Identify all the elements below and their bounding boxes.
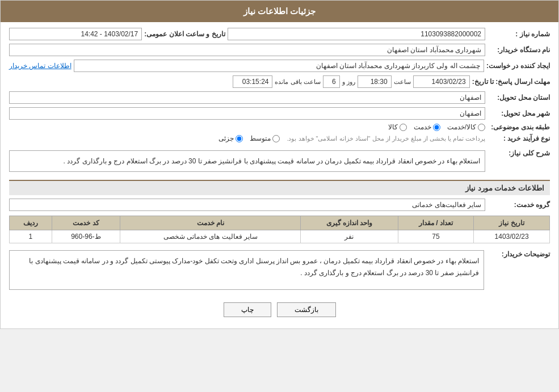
gorooh-khedmat-label: گروه خدمت: bbox=[487, 201, 550, 209]
ostan-label: استان محل تحویل: bbox=[487, 94, 550, 102]
shahr-row: شهر محل تحویل: اصفهان bbox=[9, 107, 550, 120]
col-name-header: نام خدمت bbox=[120, 216, 301, 230]
tabaghe-radios: کالا/خدمت خدمت کالا bbox=[9, 123, 485, 131]
mohlat-saat: 18:30 bbox=[358, 75, 392, 88]
tozihat-row: توضیحات خریدار: استعلام بهاء در خصوص انع… bbox=[9, 248, 550, 292]
farayand-desc: پرداخت تمام یا بخشی از مبلغ خریدار از مح… bbox=[287, 135, 485, 142]
cell-radif: 1 bbox=[10, 230, 52, 243]
sharh-row: شرح کلی نیاز: استعلام بهاء در خصوص انعقا… bbox=[9, 147, 550, 175]
table-header-row: تاریخ نیاز تعداد / مقدار واحد اندازه گیر… bbox=[10, 216, 550, 230]
shomara-niaz-label: شماره نیاز : bbox=[487, 30, 550, 38]
page-header: جزئیات اطلاعات نیاز bbox=[1, 1, 558, 22]
cell-name: سایر فعالیت های خدماتی شخصی bbox=[120, 230, 301, 243]
radio-khedmat[interactable] bbox=[433, 124, 440, 131]
radio-kala-khedmat[interactable] bbox=[478, 124, 485, 131]
ostan-row: استان محل تحویل: اصفهان bbox=[9, 91, 550, 104]
radio-khedmat-label: خدمت bbox=[414, 123, 431, 131]
mohlat-row: مهلت ارسال پاسخ: تا تاریخ: 1403/02/23 سا… bbox=[9, 75, 550, 88]
cell-tedad: 75 bbox=[398, 230, 474, 243]
tozihat-value: استعلام بهاء در خصوص انعقاد قرارداد بیمه… bbox=[9, 250, 484, 290]
col-tedad-header: تعداد / مقدار bbox=[398, 216, 474, 230]
radio-kala[interactable] bbox=[400, 124, 407, 131]
ijad-konande-label: ایجاد کننده در خواست: bbox=[486, 62, 550, 70]
shomara-niaz-row: شماره نیاز : 1103093882000002 تاریخ و سا… bbox=[9, 28, 550, 40]
mohlat-saat-label: ساعت bbox=[394, 78, 411, 86]
print-button[interactable]: چاپ bbox=[224, 302, 271, 317]
back-button[interactable]: بازگشت bbox=[277, 302, 336, 317]
cell-vahed: نفر bbox=[301, 230, 398, 243]
shahr-label: شهر محل تحویل: bbox=[487, 109, 550, 117]
col-code-header: کد خدمت bbox=[52, 216, 120, 230]
ostan-value: اصفهان bbox=[9, 91, 485, 104]
gorooh-khedmat-value: سایر فعالیت‌های خدماتی bbox=[9, 199, 485, 211]
col-vahed-header: واحد اندازه گیری bbox=[301, 216, 398, 230]
tabaghe-label: طبقه بندی موضوعی: bbox=[487, 123, 550, 131]
sharh-value: استعلام بهاء در خصوص انعقاد قرارداد بیمه… bbox=[9, 150, 485, 172]
farayand-radios: پرداخت تمام یا بخشی از مبلغ خریدار از مح… bbox=[9, 134, 485, 142]
radio-motavasset-item: متوسط bbox=[250, 134, 280, 142]
khadamat-table-container: تاریخ نیاز تعداد / مقدار واحد اندازه گیر… bbox=[9, 216, 550, 243]
mohlat-date: 1403/02/23 bbox=[413, 75, 470, 88]
radio-kala-khedmat-item: کالا/خدمت bbox=[447, 123, 485, 131]
tozihat-label: توضیحات خریدار: bbox=[487, 248, 550, 258]
shomara-niaz-value: 1103093882000002 bbox=[228, 28, 485, 40]
table-row: 1403/02/2375نفرسایر فعالیت های خدماتی شخ… bbox=[10, 230, 550, 243]
etelaat-tamas-link[interactable]: اطلاعات تماس خریدار bbox=[9, 62, 72, 70]
ijad-konande-row: ایجاد کننده در خواست: چشمت اله ولی کاربر… bbox=[9, 60, 550, 72]
radio-kala-khedmat-label: کالا/خدمت bbox=[447, 123, 476, 131]
page-title: جزئیات اطلاعات نیاز bbox=[243, 6, 316, 16]
button-row: بازگشت چاپ bbox=[9, 297, 550, 323]
nam-dastgah-value: شهرداری محمدآباد استان اصفهان bbox=[9, 44, 485, 56]
tarikh-value: 1403/02/17 - 14:42 bbox=[9, 28, 142, 40]
remaining-value: 03:15:24 bbox=[233, 75, 272, 88]
nam-dastgah-label: نام دستگاه خریدار: bbox=[487, 46, 550, 54]
radio-kala-label: کالا bbox=[388, 123, 398, 131]
col-tarikh-header: تاریخ نیاز bbox=[474, 216, 550, 230]
nooe-farayand-row: نوع فرآیند خرید : پرداخت تمام یا بخشی از… bbox=[9, 134, 550, 142]
mohlat-label: مهلت ارسال پاسخ: تا تاریخ: bbox=[472, 78, 550, 86]
nooe-farayand-label: نوع فرآیند خرید : bbox=[487, 134, 550, 142]
radio-khedmat-item: خدمت bbox=[414, 123, 440, 131]
shahr-value: اصفهان bbox=[9, 107, 485, 120]
sharh-label: شرح کلی نیاز: bbox=[487, 147, 550, 157]
remaining-label: ساعت باقی مانده bbox=[275, 78, 320, 86]
mohlat-rooz-label: روز و bbox=[342, 78, 355, 86]
mohlat-rooz: 6 bbox=[323, 75, 340, 88]
ijad-konande-value: چشمت اله ولی کاربرداز شهرداری محمدآباد ا… bbox=[74, 60, 484, 72]
tabaghe-row: طبقه بندی موضوعی: کالا/خدمت خدمت کالا bbox=[9, 123, 550, 131]
col-radif-header: ردیف bbox=[10, 216, 52, 230]
radio-jozvi-item: جزئی bbox=[218, 134, 243, 142]
radio-motavasset-label: متوسط bbox=[250, 134, 271, 142]
khadamat-table: تاریخ نیاز تعداد / مقدار واحد اندازه گیر… bbox=[9, 216, 550, 243]
nam-dastgah-row: نام دستگاه خریدار: شهرداری محمدآباد استا… bbox=[9, 44, 550, 56]
radio-kala-item: کالا bbox=[388, 123, 407, 131]
radio-jozvi[interactable] bbox=[236, 135, 243, 142]
section-khadamat: اطلاعات خدمات مورد نیاز bbox=[9, 180, 550, 195]
radio-motavasset[interactable] bbox=[272, 135, 280, 142]
tarikh-label: تاریخ و ساعت اعلان عمومی: bbox=[144, 30, 225, 38]
gorooh-khedmat-row: گروه خدمت: سایر فعالیت‌های خدماتی bbox=[9, 199, 550, 211]
cell-code: ط-96-960 bbox=[52, 230, 120, 243]
radio-jozvi-label: جزئی bbox=[218, 134, 234, 142]
cell-tarikh: 1403/02/23 bbox=[474, 230, 550, 243]
